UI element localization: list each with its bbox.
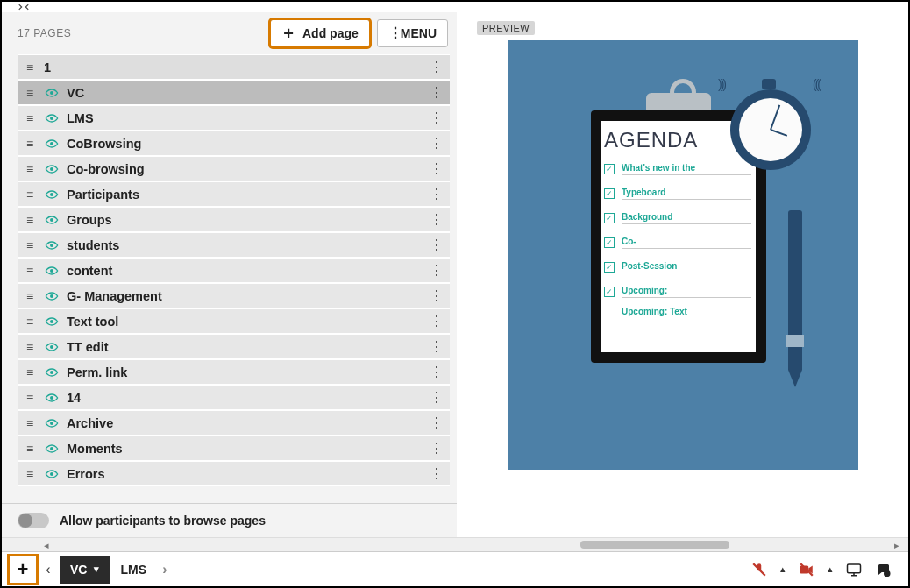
- drag-handle-icon[interactable]: ≡: [23, 391, 37, 405]
- camera-options-button[interactable]: ▴: [828, 563, 833, 575]
- drag-handle-icon[interactable]: ≡: [23, 467, 37, 481]
- row-more-button[interactable]: ⋮: [429, 465, 444, 482]
- agenda-title: AGENDA: [604, 128, 698, 152]
- visibility-icon[interactable]: [44, 164, 60, 174]
- page-title: Errors: [67, 467, 429, 481]
- row-more-button[interactable]: ⋮: [429, 338, 444, 355]
- page-row[interactable]: ≡Co-browsing⋮: [18, 156, 450, 181]
- horizontal-scrollbar[interactable]: ◂ ▸: [2, 537, 908, 551]
- drag-handle-icon[interactable]: ≡: [23, 60, 37, 74]
- page-title: Co-browsing: [67, 162, 429, 176]
- visibility-icon[interactable]: [44, 393, 60, 403]
- pages-panel: 17 PAGES + Add page ⋮ MENU ≡1⋮≡VC⋮≡LMS⋮≡…: [2, 12, 458, 537]
- page-title: Perm. link: [67, 365, 429, 379]
- screen-share-icon[interactable]: [845, 561, 863, 578]
- page-row[interactable]: ≡Groups⋮: [18, 207, 450, 232]
- row-more-button[interactable]: ⋮: [429, 110, 444, 126]
- drag-handle-icon[interactable]: ≡: [23, 137, 37, 151]
- drag-handle-icon[interactable]: ≡: [23, 238, 37, 252]
- drag-handle-icon[interactable]: ≡: [23, 86, 37, 100]
- page-title: Text tool: [67, 315, 429, 329]
- visibility-icon[interactable]: [44, 469, 60, 479]
- page-row[interactable]: ≡LMS⋮: [18, 105, 450, 131]
- visibility-icon[interactable]: [44, 443, 60, 454]
- check-icon: [604, 213, 615, 223]
- page-row[interactable]: ≡TT edit⋮: [18, 334, 450, 359]
- chat-icon[interactable]: [875, 561, 892, 578]
- row-more-button[interactable]: ⋮: [429, 160, 444, 177]
- visibility-icon[interactable]: [44, 189, 60, 200]
- page-row[interactable]: ≡Perm. link⋮: [18, 359, 450, 385]
- svg-point-14: [50, 447, 53, 450]
- page-row[interactable]: ≡VC⋮: [18, 80, 450, 105]
- svg-point-4: [50, 193, 53, 196]
- drag-handle-icon[interactable]: ≡: [23, 340, 37, 354]
- agenda-item: Co-: [604, 237, 751, 249]
- visibility-icon[interactable]: [44, 367, 60, 378]
- drag-handle-icon[interactable]: ≡: [23, 264, 37, 278]
- page-title: CoBrowsing: [67, 137, 429, 151]
- visibility-icon[interactable]: [44, 240, 60, 251]
- tab-lms[interactable]: LMS ›: [110, 556, 187, 584]
- mic-muted-icon[interactable]: [750, 561, 768, 578]
- page-row[interactable]: ≡Participants⋮: [18, 181, 450, 207]
- drag-handle-icon[interactable]: ≡: [23, 213, 37, 227]
- drag-handle-icon[interactable]: ≡: [23, 442, 37, 456]
- page-row[interactable]: ≡content⋮: [18, 258, 450, 283]
- drag-handle-icon[interactable]: ≡: [23, 111, 37, 125]
- row-more-button[interactable]: ⋮: [429, 262, 444, 279]
- visibility-icon[interactable]: [44, 342, 60, 352]
- mic-options-button[interactable]: ▴: [780, 563, 786, 575]
- tab-vc-label: VC: [70, 563, 87, 577]
- agenda-list: What's new in theTypeboardBackgroundCo-P…: [604, 163, 751, 316]
- page-row[interactable]: ≡students⋮: [18, 232, 450, 258]
- drag-handle-icon[interactable]: ≡: [23, 315, 37, 329]
- visibility-icon[interactable]: [44, 316, 60, 327]
- allow-browse-toggle[interactable]: [18, 513, 49, 528]
- page-row[interactable]: ≡CoBrowsing⋮: [18, 131, 450, 156]
- drag-handle-icon[interactable]: ≡: [23, 416, 37, 430]
- page-row[interactable]: ≡Moments⋮: [18, 436, 450, 461]
- visibility-icon[interactable]: [44, 88, 60, 98]
- svg-point-11: [50, 371, 53, 374]
- row-more-button[interactable]: ⋮: [429, 414, 444, 431]
- drag-handle-icon[interactable]: ≡: [23, 289, 37, 303]
- visibility-icon[interactable]: [44, 215, 60, 225]
- row-more-button[interactable]: ⋮: [429, 364, 444, 380]
- drag-handle-icon[interactable]: ≡: [23, 162, 37, 176]
- menu-button[interactable]: ⋮ MENU: [377, 19, 448, 47]
- page-row[interactable]: ≡Errors⋮: [18, 461, 450, 486]
- page-row[interactable]: ≡14⋮: [18, 385, 450, 410]
- preview-thumbnail: AGENDA What's new in theTypeboardBackgro…: [508, 40, 858, 470]
- svg-point-13: [50, 422, 53, 425]
- svg-point-8: [50, 294, 53, 298]
- row-more-button[interactable]: ⋮: [429, 313, 444, 329]
- row-more-button[interactable]: ⋮: [429, 237, 444, 253]
- collapse-icon[interactable]: [2, 2, 908, 12]
- visibility-icon[interactable]: [44, 266, 60, 276]
- row-more-button[interactable]: ⋮: [429, 287, 444, 304]
- row-more-button[interactable]: ⋮: [429, 84, 444, 101]
- drag-handle-icon[interactable]: ≡: [23, 188, 37, 202]
- prev-tab-button[interactable]: ‹: [37, 562, 60, 577]
- drag-handle-icon[interactable]: ≡: [23, 365, 37, 379]
- row-more-button[interactable]: ⋮: [429, 211, 444, 228]
- visibility-icon[interactable]: [44, 418, 60, 429]
- camera-off-icon[interactable]: [798, 561, 815, 578]
- page-row[interactable]: ≡1⋮: [18, 54, 450, 80]
- page-row[interactable]: ≡Archive⋮: [18, 410, 450, 436]
- visibility-icon[interactable]: [44, 113, 60, 124]
- add-tab-button[interactable]: +: [9, 556, 37, 584]
- visibility-icon[interactable]: [44, 138, 60, 149]
- row-more-button[interactable]: ⋮: [429, 186, 444, 202]
- page-row[interactable]: ≡G- Management⋮: [18, 283, 450, 308]
- svg-point-1: [50, 117, 53, 120]
- add-page-button[interactable]: + Add page: [270, 19, 370, 47]
- row-more-button[interactable]: ⋮: [429, 59, 444, 75]
- row-more-button[interactable]: ⋮: [429, 440, 444, 457]
- row-more-button[interactable]: ⋮: [429, 135, 444, 152]
- row-more-button[interactable]: ⋮: [429, 389, 444, 406]
- visibility-icon[interactable]: [44, 291, 60, 301]
- page-row[interactable]: ≡Text tool⋮: [18, 308, 450, 334]
- tab-vc[interactable]: VC ▾: [60, 556, 110, 584]
